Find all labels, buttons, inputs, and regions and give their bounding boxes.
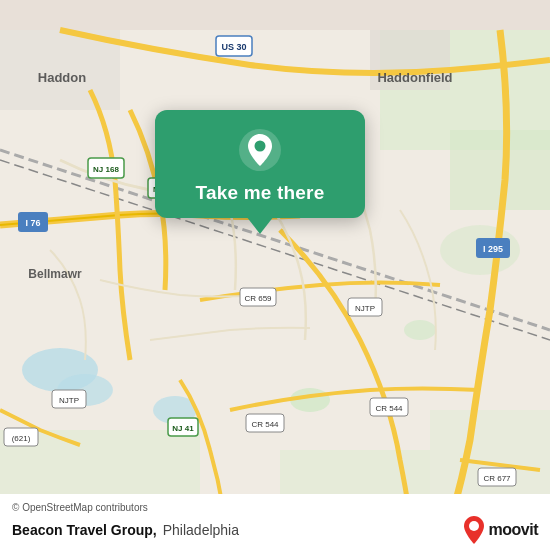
svg-text:US 30: US 30 [221, 42, 246, 52]
svg-text:NJTP: NJTP [59, 396, 79, 405]
location-row: Beacon Travel Group, Philadelphia moovit [12, 516, 538, 544]
svg-text:CR 677: CR 677 [483, 474, 511, 483]
svg-text:NJTP: NJTP [355, 304, 375, 313]
svg-point-46 [255, 141, 266, 152]
location-city: Philadelphia [163, 522, 239, 538]
svg-text:Haddonfield: Haddonfield [377, 70, 452, 85]
popup-card[interactable]: Take me there [155, 110, 365, 218]
svg-text:I 76: I 76 [25, 218, 40, 228]
svg-text:I 295: I 295 [483, 244, 503, 254]
svg-text:Haddon: Haddon [38, 70, 86, 85]
osm-credit: © OpenStreetMap contributors [12, 502, 538, 513]
map-background: US 30 NJ 168 NJ 168 I 76 I 295 CR 659 NJ… [0, 0, 550, 550]
svg-text:CR 544: CR 544 [375, 404, 403, 413]
location-name: Beacon Travel Group, [12, 522, 157, 538]
take-me-there-button[interactable]: Take me there [196, 182, 325, 204]
moovit-pin-icon [463, 516, 485, 544]
moovit-logo: moovit [463, 516, 538, 544]
map-container: US 30 NJ 168 NJ 168 I 76 I 295 CR 659 NJ… [0, 0, 550, 550]
svg-text:CR 659: CR 659 [244, 294, 272, 303]
bottom-bar: © OpenStreetMap contributors Beacon Trav… [0, 494, 550, 550]
svg-point-47 [469, 521, 479, 531]
svg-text:NJ 41: NJ 41 [172, 424, 194, 433]
svg-point-5 [404, 320, 436, 340]
svg-text:NJ 168: NJ 168 [93, 165, 119, 174]
moovit-text: moovit [489, 521, 538, 539]
location-pin-icon [238, 128, 282, 172]
svg-text:Bellmawr: Bellmawr [28, 267, 82, 281]
svg-text:(621): (621) [12, 434, 31, 443]
svg-text:CR 544: CR 544 [251, 420, 279, 429]
